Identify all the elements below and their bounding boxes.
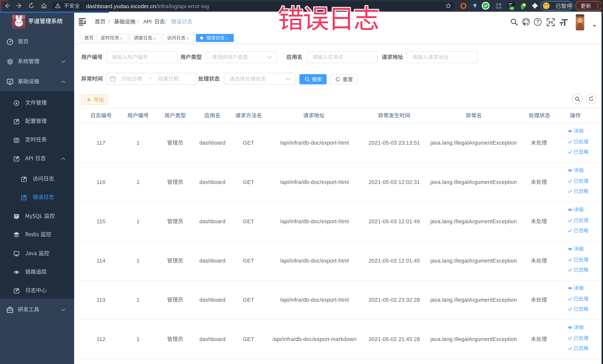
svg-text:on: on [510,7,513,10]
